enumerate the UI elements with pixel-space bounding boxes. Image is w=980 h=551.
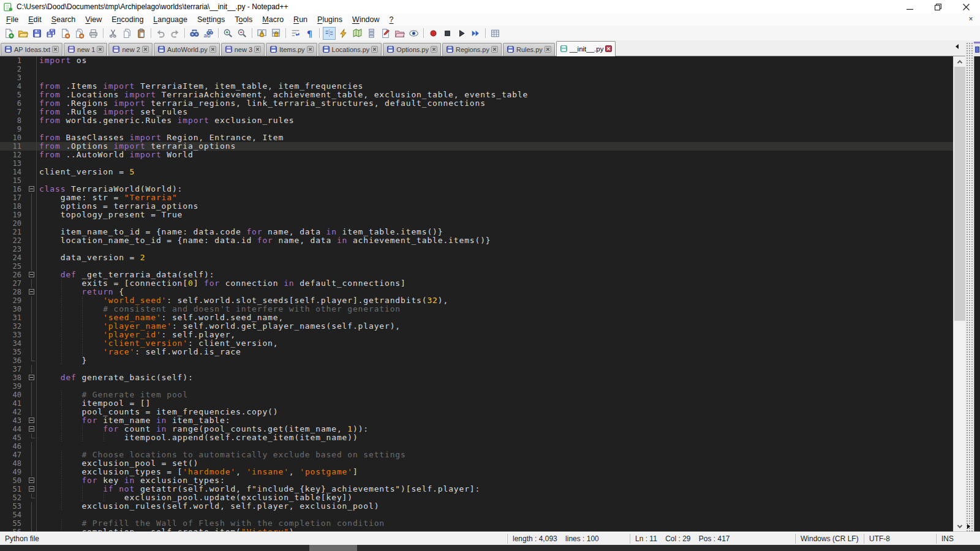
tab-close-icon[interactable]	[371, 46, 378, 54]
show-all-characters-icon[interactable]: ¶	[303, 27, 316, 40]
code-line-48[interactable]: 48 exclusion_pool = set()	[0, 459, 953, 468]
tab-close-icon[interactable]	[491, 46, 498, 54]
splitter-gripper[interactable]	[965, 42, 974, 531]
menu-view[interactable]: View	[80, 15, 107, 24]
zoom-in-icon[interactable]	[222, 27, 235, 40]
zoom-out-icon[interactable]	[236, 27, 249, 40]
code-text[interactable]: exclusion_pool.update(exclusion_table[ke…	[37, 493, 353, 502]
scrollbar-thumb[interactable]	[954, 67, 965, 321]
code-line-2[interactable]: 2	[0, 65, 953, 73]
code-line-38[interactable]: 38 def generate_basic(self):	[0, 373, 953, 382]
code-line-6[interactable]: 6from .Regions import terraria_regions, …	[0, 99, 953, 108]
menu-plugins[interactable]: Plugins	[312, 15, 347, 24]
menu-run[interactable]: Run	[288, 15, 312, 24]
code-editor[interactable]: 1import os234from .Items import Terraria…	[0, 56, 953, 531]
code-line-20[interactable]: 20	[0, 219, 953, 228]
code-line-18[interactable]: 18 options = terraria_options	[0, 202, 953, 211]
code-text[interactable]	[37, 511, 39, 519]
tab-rules-py[interactable]: Rules.py	[503, 43, 555, 56]
menu-edit[interactable]: Edit	[23, 15, 47, 24]
code-text[interactable]: from .Items import TerrariaItem, item_ta…	[37, 82, 363, 91]
menu-macro[interactable]: Macro	[257, 15, 288, 24]
tab-init-py[interactable]: __init__.py	[556, 41, 616, 56]
code-line-24[interactable]: 24 data_version = 2	[0, 253, 953, 262]
code-text[interactable]: itempool.append(self.create_item(item_na…	[37, 433, 358, 442]
code-text[interactable]: for key in exclusion_types:	[37, 476, 225, 485]
code-text[interactable]: from .Locations import TerrariaAchieveme…	[37, 91, 528, 99]
code-line-29[interactable]: 29 'world_seed': self.world.slot_seeds[s…	[0, 296, 953, 305]
code-text[interactable]: client_version = 5	[37, 168, 135, 176]
code-line-30[interactable]: 30 # consistent and doesn't interfere wi…	[0, 305, 953, 313]
fold-margin[interactable]	[27, 425, 37, 433]
code-line-34[interactable]: 34 'client_version': client_version,	[0, 339, 953, 348]
code-text[interactable]: # Prefill the Wall of Flesh with the com…	[37, 519, 385, 528]
scroll-down-arrow[interactable]	[954, 521, 966, 531]
code-text[interactable]: from .Rules import set_rules	[37, 108, 188, 116]
code-line-12[interactable]: 12from ..AutoWorld import World	[0, 151, 953, 159]
fold-margin[interactable]	[27, 373, 37, 382]
code-line-7[interactable]: 7from .Rules import set_rules	[0, 108, 953, 116]
sync-scroll-vertical-icon[interactable]	[255, 27, 268, 40]
edit-script-icon[interactable]	[379, 27, 392, 40]
code-text[interactable]: game: str = "Terraria"	[37, 193, 178, 202]
tab-regions-py[interactable]: Regions.py	[442, 43, 502, 56]
code-line-44[interactable]: 44 for count in range(pool_counts.get(it…	[0, 425, 953, 433]
tab-close-icon[interactable]	[142, 46, 149, 54]
fold-margin[interactable]	[27, 416, 37, 425]
paste-icon[interactable]	[135, 27, 148, 40]
code-line-50[interactable]: 50 for key in exclusion_types:	[0, 476, 953, 485]
tab-new-2[interactable]: new 2	[108, 43, 152, 56]
code-line-46[interactable]: 46	[0, 442, 953, 451]
code-line-40[interactable]: 40 # Generate item pool	[0, 391, 953, 399]
code-text[interactable]: from worlds.generic.Rules import exclusi…	[37, 116, 295, 125]
code-line-3[interactable]: 3	[0, 73, 953, 82]
code-text[interactable]: from ..AutoWorld import World	[37, 151, 194, 159]
menu-settings[interactable]: Settings	[192, 15, 230, 24]
code-line-21[interactable]: 21 item_name_to_id = {name: data.code fo…	[0, 228, 953, 236]
code-line-36[interactable]: 36 }	[0, 356, 953, 365]
code-line-49[interactable]: 49 exclusion_types = ['hardmode', 'insan…	[0, 468, 953, 476]
fold-margin[interactable]	[27, 271, 37, 279]
function-list-icon[interactable]	[337, 27, 350, 40]
redo-icon[interactable]	[168, 27, 181, 40]
code-line-31[interactable]: 31 'seed_name': self.world.seed_name,	[0, 313, 953, 322]
fold-margin[interactable]	[27, 288, 37, 296]
close-icon[interactable]	[59, 27, 72, 40]
code-line-37[interactable]: 37	[0, 365, 953, 373]
code-line-39[interactable]: 39	[0, 382, 953, 391]
code-text[interactable]: exclusion_types = ['hardmode', 'insane',…	[37, 468, 358, 476]
code-line-13[interactable]: 13	[0, 159, 953, 168]
scroll-up-arrow[interactable]	[954, 56, 966, 67]
menu-language[interactable]: Language	[148, 15, 192, 24]
menu-search[interactable]: Search	[47, 15, 81, 24]
code-line-9[interactable]: 9	[0, 125, 953, 133]
macro-play-icon[interactable]	[455, 27, 468, 40]
tab-new-3[interactable]: new 3	[221, 43, 265, 56]
replace-icon[interactable]: ab	[202, 27, 215, 40]
code-text[interactable]	[37, 125, 39, 133]
code-line-11[interactable]: 11from .Options import terraria_options	[0, 142, 953, 151]
minimize-button[interactable]	[895, 0, 924, 13]
code-line-5[interactable]: 5from .Locations import TerrariaAchievem…	[0, 91, 953, 99]
code-line-33[interactable]: 33 'player_id': self.player,	[0, 331, 953, 339]
code-line-4[interactable]: 4from .Items import TerrariaItem, item_t…	[0, 82, 953, 91]
fold-margin[interactable]	[27, 476, 37, 485]
fold-margin[interactable]	[27, 185, 37, 193]
code-line-51[interactable]: 51 if not getattr(self.world, f"include_…	[0, 485, 953, 493]
code-line-47[interactable]: 47 # Choose locations to automatically e…	[0, 451, 953, 459]
code-text[interactable]: itempool = []	[37, 399, 151, 408]
macro-run-multiple-icon[interactable]	[469, 27, 482, 40]
macro-record-icon[interactable]	[427, 27, 440, 40]
fold-margin[interactable]	[27, 485, 37, 493]
save-all-icon[interactable]	[45, 27, 58, 40]
code-line-23[interactable]: 23	[0, 245, 953, 253]
close-all-icon[interactable]	[73, 27, 86, 40]
code-text[interactable]: 'player_id': self.player,	[37, 331, 236, 339]
code-line-8[interactable]: 8from worlds.generic.Rules import exclus…	[0, 116, 953, 125]
code-line-41[interactable]: 41 itempool = []	[0, 399, 953, 408]
tab-items-py[interactable]: Items.py	[266, 43, 317, 56]
code-text[interactable]: import os	[37, 56, 87, 65]
save-icon[interactable]	[31, 27, 43, 40]
code-text[interactable]: from .Regions import terraria_regions, l…	[37, 99, 486, 108]
code-text[interactable]	[37, 262, 39, 271]
